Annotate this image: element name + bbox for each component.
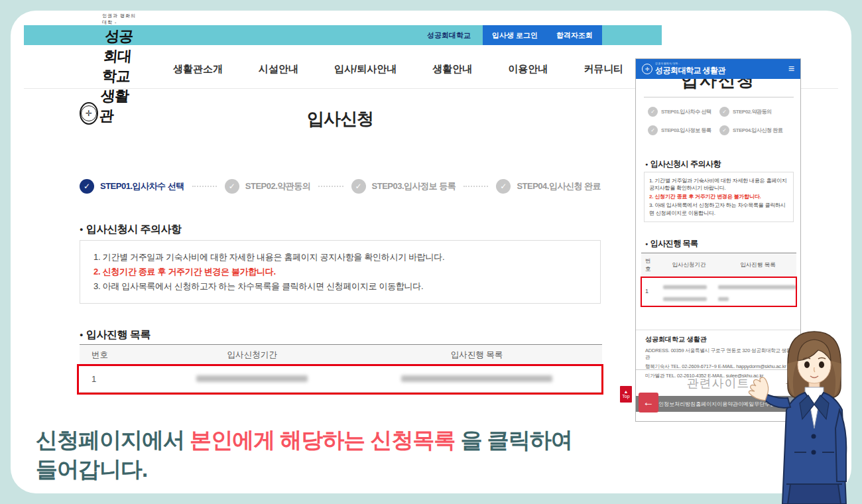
step-1: ✓ STEP01.입사차수 선택 <box>80 179 184 194</box>
check-icon: ✓ <box>719 125 729 135</box>
list-heading: ●입사진행 목록 <box>80 328 151 342</box>
step-4: ✓ STEP04.입사신청 완료 <box>496 179 601 194</box>
nav-item-community[interactable]: 커뮤니티 <box>566 63 641 76</box>
logo-slogan: 인권과 평화의 대학 - <box>102 13 137 26</box>
notice-item-1: 1. 기간별 거주일과 기숙사비에 대한 자세한 내용은 홈페이지 공지사항을 … <box>93 251 587 263</box>
step-connector <box>192 186 217 187</box>
col-header-name: 입사진행 목록 <box>351 349 602 361</box>
table-header: 번호 입사신청기간 입사진행 목록 <box>80 345 602 365</box>
application-table: 번호 입사신청기간 입사진행 목록 1 <box>80 344 602 393</box>
site-header: ✛ 인권과 평화의 대학 - 성공회대학교 생활관 생활관소개 시설안내 입사/… <box>24 50 662 88</box>
bullet-icon: ● <box>80 226 83 233</box>
table-row-application[interactable]: 1 <box>80 365 602 393</box>
notice-item-2: 2. 신청기간 종료 후 거주기간 변경은 불가합니다. <box>93 266 587 278</box>
step-1: ✓ STEP01.입사차수 선택 <box>648 107 719 117</box>
step-indicator: ✓ STEP01.입사차수 선택 ✓ STEP02.약관동의 ✓ STEP03.… <box>80 179 601 194</box>
step-connector <box>318 186 343 187</box>
link-terms[interactable]: 홈페이지이용약관 <box>696 401 738 408</box>
mobile-application-table: 번호 입사신청기간 입사진행 목록 1 <box>641 253 796 306</box>
step-connector <box>463 186 488 187</box>
col-header-no: 번호 <box>80 349 153 361</box>
step-2: ✓ STEP02.약관동의 <box>225 179 311 194</box>
link-university[interactable]: 성공회대학교 <box>415 31 483 40</box>
check-icon: ✓ <box>719 107 729 117</box>
row-number: 1 <box>80 374 153 384</box>
back-arrow-icon: ← <box>643 396 654 409</box>
check-icon: ✓ <box>225 179 239 194</box>
bullet-icon: ● <box>645 241 648 246</box>
check-icon: ✓ <box>648 125 658 135</box>
check-icon: ✓ <box>648 107 658 117</box>
link-resident-login[interactable]: 입사생 로그인 <box>483 31 547 40</box>
bullet-icon: ● <box>80 332 83 338</box>
row-period-redacted <box>657 280 713 304</box>
link-pass-check[interactable]: 합격자조회 <box>547 31 602 40</box>
notice-item-3: 3. 아래 입사목록에서 신청하고자 하는 차수목록을 클릭하시면 신청페이지로… <box>93 281 587 292</box>
notice-box: 1. 기간별 거주일과 기숙사비에 대한 자세한 내용은 홈페이지 공지사항을 … <box>80 240 601 304</box>
topbar-link-box: 입사생 로그인 합격자조회 <box>483 25 602 45</box>
check-icon: ✓ <box>496 179 511 194</box>
link-privacy[interactable]: 개인정보처리방침 <box>653 401 696 408</box>
check-icon: ✓ <box>351 179 366 194</box>
table-row-application[interactable]: 1 <box>641 277 796 306</box>
check-icon: ✓ <box>80 179 94 194</box>
notice-heading: ●입사신청시 주의사항 <box>645 158 721 170</box>
row-number: 1 <box>641 288 657 296</box>
back-button[interactable]: ← <box>639 393 658 412</box>
nav-item-facilities[interactable]: 시설안내 <box>241 63 316 76</box>
notice-box: 1. 기간별 거주일과 기숙사비에 대한 자세한 내용은 홈페이지 공지사항을 … <box>644 172 794 222</box>
caption-text: 신청페이지에서 본인에게 해당하는 신청목록 을 클릭하여 들어갑니다. <box>36 426 633 484</box>
step-3: ✓ STEP03.입사정보 등록 <box>648 125 719 135</box>
mobile-header: ✛ 인권과 평화의 대학 - 성공회대학교 생활관 ≡ <box>636 59 800 79</box>
nav-item-usage-guide[interactable]: 이용안내 <box>490 63 566 76</box>
table-header: 번호 입사신청기간 입사진행 목록 <box>641 253 796 277</box>
row-period-redacted <box>153 373 351 385</box>
step-3: ✓ STEP03.입사정보 등록 <box>351 179 456 194</box>
col-header-period: 입사신청기간 <box>153 349 351 361</box>
caption-highlight: 본인에게 해당하는 신청목록 <box>190 428 461 452</box>
step-4: ✓ STEP04.입사신청 완료 <box>719 125 791 135</box>
list-heading: ●입사진행 목록 <box>645 238 698 249</box>
row-name-redacted <box>351 373 602 385</box>
mobile-step-indicator: ✓ STEP01.입사차수 선택 ✓ STEP02.약관동의 ✓ STEP03.… <box>648 107 791 135</box>
logo-name: 성공회대학교 생활관 <box>655 65 725 76</box>
bullet-icon: ● <box>645 162 648 166</box>
hamburger-icon[interactable]: ≡ <box>788 64 794 74</box>
mobile-title-divider <box>644 97 794 97</box>
nav-item-life-guide[interactable]: 생활안내 <box>414 63 490 76</box>
notice-heading: ●입사신청시 주의사항 <box>80 223 181 237</box>
page-title: 입사신청 <box>80 107 601 131</box>
university-emblem-icon: ✛ <box>642 64 652 74</box>
row-name-redacted <box>713 280 796 304</box>
nav-item-movein-out[interactable]: 입사/퇴사안내 <box>316 63 414 76</box>
mobile-page-title-clipped: 입사신청 <box>636 79 800 90</box>
scroll-top-button[interactable]: ▲ Top <box>620 386 632 403</box>
guide-woman-illustration <box>747 322 862 504</box>
main-nav: 생활관소개 시설안내 입사/퇴사안내 생활안내 이용안내 커뮤니티 ≡ <box>155 62 662 76</box>
step-2: ✓ STEP02.약관동의 <box>719 107 791 117</box>
nav-item-dorm-intro[interactable]: 생활관소개 <box>155 63 241 76</box>
